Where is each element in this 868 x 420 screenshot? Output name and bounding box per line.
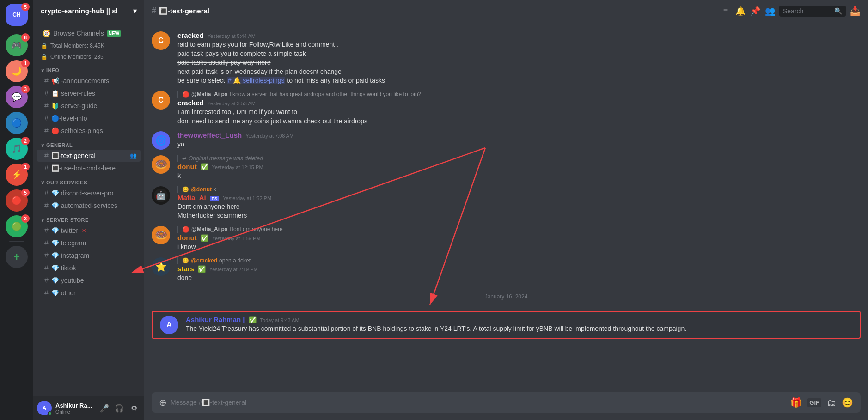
browse-channels-label: Browse Channels [53, 30, 104, 37]
channel-youtube[interactable]: # 💎 youtube [37, 274, 141, 286]
channel-tiktok[interactable]: # 💎 tiktok [37, 262, 141, 274]
channel-sidebar: crypto-earning-hub || sl ▾ 🧭 Browse Chan… [33, 0, 144, 420]
message-author: thewoweffect_Lush [177, 131, 242, 139]
reply-author: @cracked [191, 257, 217, 264]
notification-icon[interactable]: 🔔 [735, 6, 746, 17]
mute-button[interactable]: 🎤 [98, 402, 111, 414]
total-members: 🔒 Total Members: 8.45K [33, 41, 144, 51]
message-content: ↩ Original message was deleted donut ✅ Y… [177, 155, 861, 181]
emoji-icon[interactable]: 😊 [842, 397, 853, 408]
deafen-button[interactable]: 🎧 [113, 402, 126, 414]
badge-7: 1 [21, 163, 30, 171]
channel-discord-pro[interactable]: # 💎 discord-server-pro... [37, 187, 141, 199]
members-icon[interactable]: 👥 [764, 6, 776, 17]
message-timestamp: Yesterday at 5:44 AM [208, 33, 256, 39]
verified-icon: ✅ [198, 265, 206, 273]
message-text: k [177, 171, 861, 181]
search-input[interactable] [783, 7, 831, 15]
message-group: 🌀 thewoweffect_Lush Yesterday at 7:08 AM… [144, 129, 868, 152]
hash-icon: # [152, 6, 156, 16]
channel-title: # 🔳-text-general [152, 6, 209, 16]
add-server-button[interactable]: + [6, 246, 28, 268]
server-icon-8[interactable]: 🔴 5 [6, 189, 28, 212]
message-timestamp: Yesterday at 12:15 PM [212, 164, 263, 170]
message-author: cracked [177, 31, 204, 39]
server-header[interactable]: crypto-earning-hub || sl ▾ [33, 0, 144, 22]
topbar-icons: ≡ 🔔 📌 👥 🔍 📥 [720, 6, 861, 17]
message-group: 🍩 🔴 @Mafia_Ai ps Dont dm anyone here don… [144, 224, 868, 254]
user-area: A Ashikur Ra... Online 🎤 🎧 ⚙ [33, 396, 144, 420]
channel-name: server-rules [61, 90, 95, 97]
server-icon-3[interactable]: 🌙 1 [6, 60, 28, 82]
message-author: cracked [177, 99, 204, 107]
channel-name: 🔵-level-info [51, 115, 87, 122]
channel-selfroles[interactable]: # 🔴-selfroles-pings [37, 125, 141, 137]
message-input-area: ⊕ 🎁 GIF 🗂 😊 [144, 392, 868, 420]
hash-icon: # [44, 264, 49, 272]
avatar: C [152, 31, 170, 50]
gif-icon[interactable]: GIF [807, 398, 821, 407]
server-icon-7[interactable]: ⚡ 1 [6, 164, 28, 186]
channel-level-info[interactable]: # 🔵-level-info [37, 112, 141, 124]
gift-icon[interactable]: 🎁 [790, 397, 802, 408]
server-divider [9, 30, 24, 30]
message-content: cracked Yesterday at 5:44 AM raid to ear… [177, 31, 861, 85]
verified-icon: ✅ [201, 163, 208, 170]
username: Ashikur Ra... [55, 402, 94, 409]
search-box[interactable]: 🔍 [779, 6, 846, 17]
message-header: donut ✅ Yesterday at 12:15 PM [177, 163, 861, 170]
hash-icon: # [44, 152, 49, 160]
message-author: donut [177, 234, 197, 242]
channel-telegram[interactable]: # 💎 telegram [37, 237, 141, 249]
server-icon-4[interactable]: 💬 3 [6, 86, 28, 108]
reply-line: 🔴 @Mafia_Ai ps I know a server that has … [177, 91, 861, 98]
hash-icon: # [44, 102, 49, 110]
reply-line: 🔴 @Mafia_Ai ps Dont dm anyone here [177, 226, 861, 233]
server-icon-2[interactable]: 🎮 8 [6, 34, 28, 56]
channel-bot-cmds[interactable]: # 🔳-use-bot-cmds-here [37, 162, 141, 174]
sticker-icon[interactable]: 🗂 [827, 397, 836, 408]
category-services: ∨ OUR SERVICES [33, 178, 144, 187]
inbox-icon[interactable]: 📥 [850, 6, 861, 17]
server-icon-6[interactable]: 🎵 2 [6, 138, 28, 160]
pin-icon[interactable]: 📌 [750, 6, 761, 17]
category-info: ∨ INFO [33, 66, 144, 74]
online-indicator [48, 411, 52, 416]
message-text: Dont dm anyone here Motherfucker scammer… [177, 202, 861, 220]
message-content: thewoweffect_Lush Yesterday at 7:08 AM y… [177, 131, 861, 150]
hash-icon: # [44, 164, 49, 172]
channel-twitter[interactable]: # 💎 twitter ✕ [37, 225, 141, 237]
server-icon-5[interactable]: 🔵 [6, 112, 28, 134]
hash-icon: # [44, 201, 49, 210]
threads-icon[interactable]: ≡ [720, 6, 731, 17]
browse-channels-item[interactable]: 🧭 Browse Channels NEW [37, 27, 141, 40]
channel-text-general[interactable]: # 🔳-text-general 👥 [37, 150, 141, 162]
message-header: cracked Yesterday at 5:44 AM [177, 31, 861, 39]
message-text: I am interested too , Dm me if you want … [177, 108, 861, 126]
badge-6: 2 [21, 137, 30, 145]
message-group: C 🔴 @Mafia_Ai ps I know a server that ha… [144, 89, 868, 128]
server-icon-crypto[interactable]: CH 5 [6, 4, 28, 26]
server-icon-9[interactable]: 🟢 3 [6, 215, 28, 237]
channel-server-rules[interactable]: # 📋 server-rules [37, 87, 141, 99]
message-header: cracked Yesterday at 3:53 AM [177, 99, 861, 107]
message-group: 🍩 ↩ Original message was deleted donut ✅… [144, 153, 868, 183]
message-header: Ashikur Rahman | ✅ Today at 9:43 AM [186, 316, 852, 323]
message-input[interactable] [171, 394, 787, 411]
avatar: A [160, 316, 178, 334]
new-badge: NEW [107, 30, 121, 37]
channel-announcements[interactable]: # 📢 -announcements [37, 75, 141, 87]
channel-server-guide[interactable]: # 🔰-server-guide [37, 100, 141, 112]
channel-name: 💎 discord-server-pro... [51, 189, 119, 197]
message-text: raid to earn pays you for Follow,Rtw,Lik… [177, 40, 861, 85]
channel-instagram[interactable]: # 💎 instagram [37, 250, 141, 262]
reply-line: 😊 @donut k [177, 186, 861, 193]
channel-other[interactable]: # 💎 other [37, 287, 141, 299]
avatar: 🌀 [152, 131, 170, 150]
date-label: January 16, 2024 [485, 293, 528, 300]
channel-title-text: 🔳-text-general [159, 7, 209, 15]
settings-button[interactable]: ⚙ [128, 402, 141, 414]
lock-icon: 🔒 [41, 43, 48, 49]
add-attachment-icon[interactable]: ⊕ [159, 397, 167, 408]
channel-automated[interactable]: # 💎 automated-services [37, 200, 141, 212]
